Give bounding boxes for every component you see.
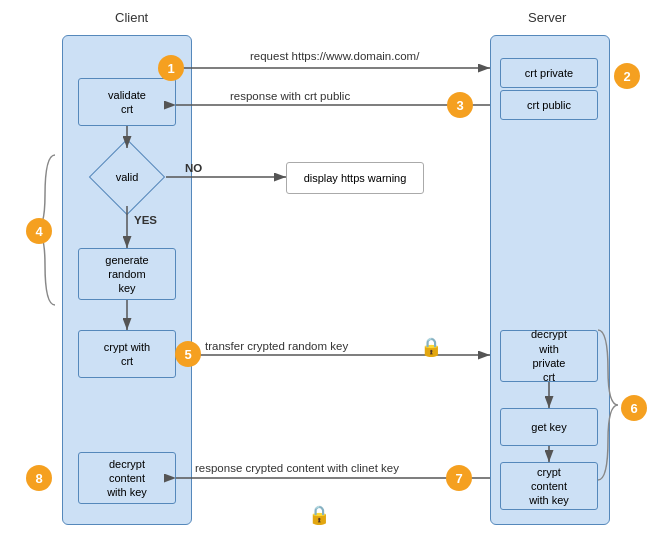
step-5-circle: 5 [175,341,201,367]
step-6-circle: 6 [621,395,647,421]
valid-diamond [89,139,165,215]
crypt-content-key-box: cryptcontentwith key [500,462,598,510]
crt-public-box: crt public [500,90,598,120]
server-label: Server [528,10,566,25]
decrypt-private-box: decryptwithprivatecrt [500,330,598,382]
step-3-circle: 3 [447,92,473,118]
client-label: Client [115,10,148,25]
step-2-circle: 2 [614,63,640,89]
validate-crt-box: validatecrt [78,78,176,126]
get-key-box: get key [500,408,598,446]
lock-icon-1: 🔒 [420,336,442,358]
crt-private-box: crt private [500,58,598,88]
decrypt-content-box: decryptcontentwith key [78,452,176,504]
crypt-with-crt-box: crypt withcrt [78,330,176,378]
step-1-circle: 1 [158,55,184,81]
response-public-label: response with crt public [230,90,350,102]
yes-label: YES [134,214,157,226]
no-label: NO [185,162,202,174]
generate-key-box: generaterandomkey [78,248,176,300]
lock-icon-2: 🔒 [308,504,330,526]
request-label: request https://www.domain.com/ [250,50,419,62]
step-8-circle: 8 [26,465,52,491]
valid-diamond-wrapper: valid [88,148,166,206]
response-content-label: response crypted content with clinet key [195,462,399,474]
warning-box: display https warning [286,162,424,194]
transfer-key-label: transfer crypted random key [205,340,348,352]
step-7-circle: 7 [446,465,472,491]
diagram-container: Client Server validatecrt valid generate… [0,0,648,560]
step-4-circle: 4 [26,218,52,244]
